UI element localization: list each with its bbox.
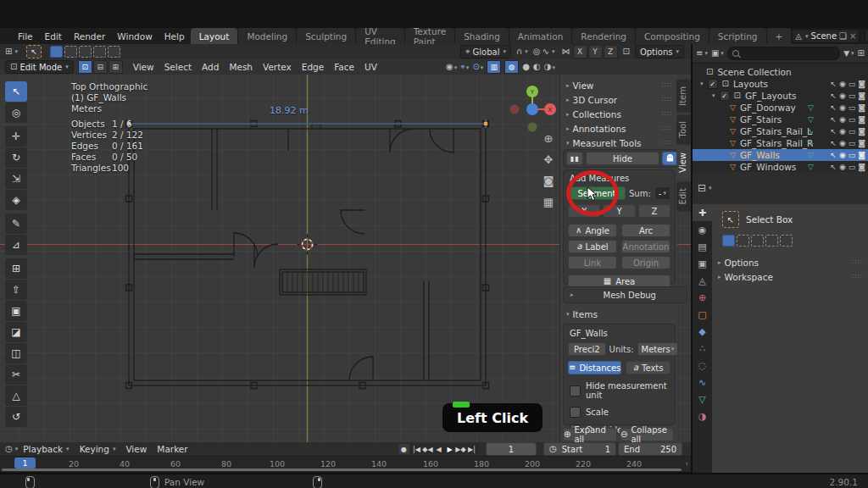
menu-view[interactable]: View: [128, 62, 159, 72]
outliner-row-gf-windows[interactable]: ▽ GF_Windows ▽ ↖◉▭◙: [693, 161, 868, 173]
workspace-tab-animation[interactable]: Animation: [509, 28, 572, 44]
select-mode-new[interactable]: [722, 235, 735, 247]
sidebar-tab-item[interactable]: Item: [676, 80, 691, 113]
material-tab[interactable]: ◑: [693, 408, 712, 424]
units-dropdown[interactable]: Meters▾: [637, 342, 679, 356]
filter-funnel-icon[interactable]: ▼: [843, 50, 849, 58]
add-workspace-button[interactable]: +: [767, 28, 792, 44]
select-mode-subtract[interactable]: [751, 235, 764, 247]
face-select-mode[interactable]: ⊞: [108, 60, 123, 74]
play-button[interactable]: ▶: [444, 444, 455, 454]
workspace-tab-rendering[interactable]: Rendering: [572, 28, 635, 44]
workspace-tab-layout[interactable]: Layout: [191, 28, 238, 44]
tool-inset-faces[interactable]: ▣: [5, 301, 27, 321]
shading-rendered-icon[interactable]: ◑▾: [544, 63, 555, 71]
panel-measureit-tools[interactable]: ▾MeasureIt Tools∷∷: [560, 136, 677, 150]
workspace-panel[interactable]: ▸Workspace∷∷: [712, 269, 868, 284]
menu-add[interactable]: Add: [197, 62, 224, 72]
falloff-curve-icon[interactable]: ∿: [542, 47, 549, 56]
tool-add-cube[interactable]: ⊞: [5, 258, 27, 279]
proportional-editing-icon[interactable]: ◎: [533, 47, 541, 56]
camera-view-icon[interactable]: ◙: [539, 171, 558, 190]
workspace-tab-shading[interactable]: Shading: [455, 28, 509, 44]
camera-icon[interactable]: ◙: [858, 127, 865, 136]
expand-caret-icon[interactable]: ▾: [712, 92, 715, 99]
object-tab[interactable]: ▢: [693, 306, 712, 323]
monitor-icon[interactable]: ▭: [849, 103, 856, 112]
menu-edit[interactable]: Edit: [39, 31, 68, 42]
panel-3d-cursor[interactable]: ▸3D Cursor∷∷: [560, 92, 677, 107]
arc-button[interactable]: Arc: [621, 224, 670, 237]
monitor-icon[interactable]: ▭: [849, 163, 856, 171]
mirror-z-toggle[interactable]: Z: [604, 45, 618, 58]
tool-tab[interactable]: ✚: [693, 204, 712, 221]
menu-face[interactable]: Face: [329, 62, 359, 72]
eye-icon[interactable]: ◉: [839, 92, 846, 100]
menu-uv[interactable]: UV: [359, 62, 382, 72]
menu-mesh[interactable]: Mesh: [224, 62, 258, 72]
monitor-icon[interactable]: ▭: [849, 139, 856, 147]
tool-loop-cut[interactable]: ◫: [5, 343, 27, 363]
selectable-icon[interactable]: ↖: [830, 80, 837, 88]
selectable-icon[interactable]: ↖: [830, 151, 837, 159]
eye-icon[interactable]: ◉: [839, 80, 846, 88]
camera-icon[interactable]: ◙: [858, 103, 865, 112]
modifiers-tab[interactable]: ◆: [693, 323, 712, 340]
angle-button[interactable]: ∧Angle: [568, 224, 617, 237]
annotation-button[interactable]: Annotation: [621, 240, 670, 253]
workspace-tab-scripting[interactable]: Scripting: [709, 28, 766, 44]
auto-keyframe-button[interactable]: ●: [398, 444, 409, 454]
particles-tab[interactable]: ∴: [693, 340, 712, 357]
tool-select-box[interactable]: ↖: [5, 81, 27, 102]
properties-editor-icon[interactable]: ⊟: [698, 183, 706, 193]
menu-file[interactable]: File: [12, 31, 39, 42]
shading-material-icon[interactable]: ◐: [533, 63, 541, 71]
menu-edge[interactable]: Edge: [297, 62, 329, 72]
mirror-y-toggle[interactable]: Y: [588, 45, 603, 58]
playhead-marker[interactable]: 1: [14, 458, 36, 469]
new-collection-icon[interactable]: ⊞: [858, 49, 865, 58]
outliner-row-gf-doorway[interactable]: ▽ GF_Doorway ▽ ↖◉▭◙: [693, 102, 868, 114]
panel-grip[interactable]: ∷∷: [853, 273, 863, 280]
timeline-scrollbar[interactable]: [2, 469, 682, 471]
workspace-tab-texture-paint[interactable]: Texture Paint: [405, 28, 454, 44]
tool-spin[interactable]: ↺: [5, 407, 27, 427]
pan-hand-icon[interactable]: ✥: [539, 150, 558, 169]
workspace-tab-modeling[interactable]: Modeling: [238, 28, 296, 44]
mode-dropdown[interactable]: ⊡ Edit Mode▾: [5, 60, 74, 74]
selectable-icon[interactable]: ↖: [830, 103, 837, 112]
mesh-debug-panel[interactable]: ▸ Mesh Debug: [563, 286, 687, 303]
camera-icon[interactable]: ◙: [858, 115, 865, 124]
view-layer-selector[interactable]: ▣▾ View Layer ❏ ×: [865, 29, 868, 43]
expand-all-button[interactable]: ⊕Expand all: [563, 428, 617, 441]
precision-slider[interactable]: Preci2: [568, 342, 606, 356]
tool-bevel[interactable]: ◪: [5, 322, 27, 342]
menu-window[interactable]: Window: [111, 31, 158, 42]
xray-toggle-icon[interactable]: ▥: [487, 60, 501, 74]
timeline-marker-menu[interactable]: Marker: [152, 444, 192, 454]
gizmos-toggle-icon[interactable]: ⌖▾: [460, 63, 469, 71]
select-mode-invert[interactable]: [765, 235, 778, 247]
outliner-row-gf-walls[interactable]: ▽ GF_Walls ▽ ↖◉▭◙: [693, 149, 868, 161]
items-panel-header[interactable]: ▾Items: [560, 307, 681, 321]
origin-button[interactable]: Origin: [621, 256, 670, 269]
eye-icon[interactable]: ◉: [839, 103, 846, 112]
jump-to-end-button[interactable]: ▶|: [466, 444, 477, 454]
options-panel[interactable]: ▸Options∷∷: [712, 255, 868, 269]
panel-grip[interactable]: ∷∷: [662, 125, 672, 132]
hide-button[interactable]: Hide: [586, 152, 659, 165]
sidebar-tab-tool[interactable]: Tool: [676, 114, 691, 144]
scale-checkbox[interactable]: [570, 407, 581, 418]
menu-select[interactable]: Select: [159, 62, 197, 72]
tool-annotate[interactable]: ✎: [5, 214, 27, 234]
monitor-icon[interactable]: ▭: [849, 92, 856, 100]
camera-icon[interactable]: ◙: [858, 139, 865, 147]
eye-icon[interactable]: ◉: [839, 127, 846, 136]
tool-poly-build[interactable]: △: [5, 385, 27, 406]
outliner-row-gf-stairs-rail-r[interactable]: ▽ GF_Stairs_Rail_R ∿ ↖◉▭◙: [693, 137, 868, 149]
monitor-icon[interactable]: ▭: [849, 151, 856, 159]
eye-icon[interactable]: ◉: [839, 139, 846, 147]
workspace-tab-uv-editing[interactable]: UV Editing: [356, 28, 404, 44]
timeline-view-menu[interactable]: View: [120, 444, 152, 454]
selectable-icon[interactable]: ↖: [830, 92, 837, 100]
